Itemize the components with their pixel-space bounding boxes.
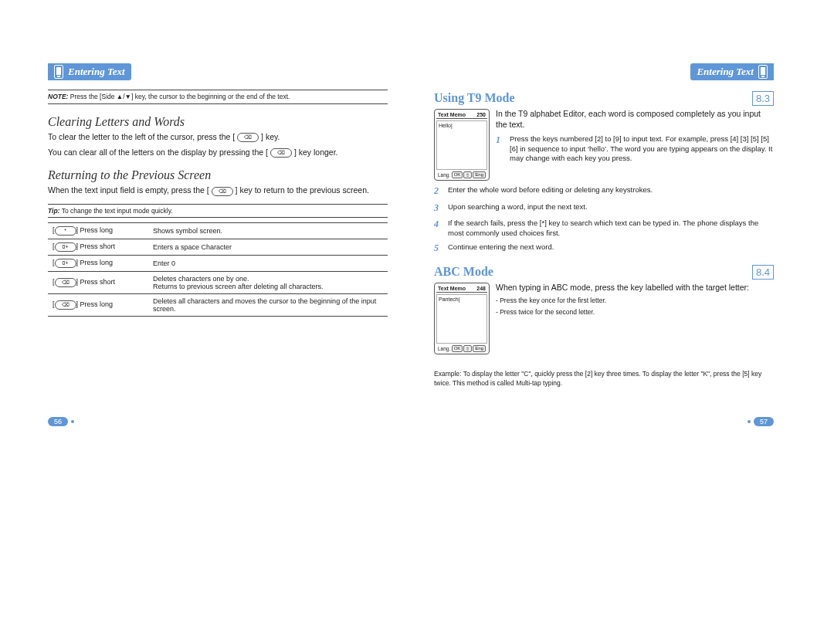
header-title: Entering Text (68, 66, 125, 78)
abc-example: Example: To display the letter "C", quic… (434, 370, 774, 387)
key-zero-icon: 0+ (55, 259, 76, 268)
heading-t9: Using T9 Mode 8.3 (434, 91, 774, 106)
heading-clearing: Clearing Letters and Words (48, 115, 388, 129)
clear-key-icon: ⌫ (237, 133, 259, 142)
tip-label: Tip: (48, 207, 59, 215)
ok-softkey: OK (452, 171, 463, 178)
shift-icon: ⇧ (463, 345, 472, 352)
phone-screenshot-abc: Text Memo 248 Pantech| Lang. OK ⇧ Eng (434, 283, 490, 354)
clear-key-icon: ⌫ (212, 187, 233, 196)
body-text: When the text input field is empty, pres… (48, 185, 388, 196)
step: 5Continue entering the next word. (434, 242, 774, 255)
page-number-left: 56 (48, 417, 74, 426)
note-box: NOTE: Press the [Side ▲/▼] key, the curs… (48, 90, 388, 104)
table-row: [0+] Press long Enter 0 (48, 255, 388, 271)
page-number-right: 57 (748, 417, 774, 426)
heading-returning: Returning to the Previous Screen (48, 168, 388, 182)
phone-icon (758, 65, 768, 79)
key-zero-icon: 0+ (55, 242, 76, 252)
dot-icon (71, 420, 74, 423)
phone-icon (54, 65, 63, 79)
note-label: NOTE: (48, 93, 68, 100)
tip-box: Tip: To change the text input mode quick… (48, 204, 388, 218)
section-number: 8.4 (752, 265, 774, 280)
header-bar-right: Entering Text (690, 63, 774, 80)
section-number: 8.3 (752, 91, 774, 106)
dot-icon (748, 420, 751, 423)
shift-icon: ⇧ (463, 171, 472, 178)
ok-softkey: OK (452, 345, 463, 352)
tip-text: To change the text input mode quickly. (62, 207, 173, 215)
table-row: [*] Press long Shows symbol screen. (48, 222, 388, 239)
note-text: Press the [Side ▲/▼] key, the cursor to … (70, 93, 290, 100)
table-row: [0+] Press short Enters a space Characte… (48, 239, 388, 255)
step: 2Enter the whole word before editing or … (434, 185, 774, 198)
step: 1Press the keys numbered [2] to [9] to i… (496, 134, 774, 163)
clear-key-icon: ⌫ (55, 278, 76, 287)
shortcut-table: [*] Press long Shows symbol screen. [0+]… (48, 222, 388, 317)
header-title: Entering Text (697, 66, 754, 78)
heading-abc: ABC Mode 8.4 (434, 265, 774, 280)
body-text: To clear the letter to the left of the c… (48, 132, 388, 143)
step: 4If the search fails, press the [*] key … (434, 219, 774, 238)
phone-screenshot-t9: Text Memo 250 Hello| Lang. OK ⇧ Eng (434, 109, 490, 181)
header-bar-left: Entering Text (48, 63, 131, 80)
table-row: [⌫] Press long Deletes all characters an… (48, 293, 388, 316)
page-left: Entering Text NOTE: Press the [Side ▲/▼]… (48, 63, 388, 388)
mode-badge: Eng (473, 345, 486, 352)
table-row: [⌫] Press short Deletes characters one b… (48, 271, 388, 293)
key-star-icon: * (55, 226, 76, 236)
clear-key-icon: ⌫ (55, 300, 76, 310)
body-text: You can clear all of the letters on the … (48, 147, 388, 158)
clear-key-icon: ⌫ (270, 148, 292, 158)
step: 3Upon searching a word, input the next t… (434, 202, 774, 215)
mode-badge: Eng (473, 171, 486, 178)
page-right: Entering Text Using T9 Mode 8.3 Text Mem… (434, 63, 774, 388)
